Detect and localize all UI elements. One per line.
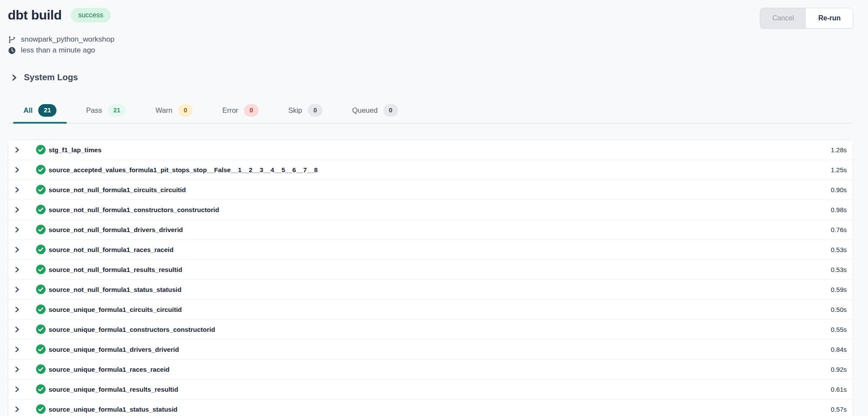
run-header: dbt build success Cancel Re-run xyxy=(8,8,853,29)
result-name: stg_f1_lap_times xyxy=(49,146,102,154)
tab-label: Error xyxy=(222,106,238,115)
page-title: dbt build xyxy=(8,8,62,23)
success-check-icon xyxy=(36,165,46,174)
result-name: source_not_null_formula1_circuits_circui… xyxy=(49,186,186,193)
result-row[interactable]: source_unique_formula1_constructors_cons… xyxy=(8,320,853,340)
success-check-icon xyxy=(36,265,46,274)
status-filter-tabs: All 21 Pass 21 Warn 0 Error 0 Skip 0 xyxy=(8,103,853,124)
rerun-button[interactable]: Re-run xyxy=(806,8,853,28)
expand-chevron-icon[interactable] xyxy=(14,326,20,333)
success-check-icon xyxy=(36,364,46,374)
success-check-icon xyxy=(36,285,46,294)
tab-label: All xyxy=(23,106,33,115)
success-check-icon xyxy=(36,324,46,334)
expand-chevron-icon[interactable] xyxy=(14,366,20,373)
result-name: source_unique_formula1_drivers_driverid xyxy=(49,346,179,353)
tab-warn[interactable]: Warn 0 xyxy=(145,103,203,123)
tab-all[interactable]: All 21 xyxy=(13,103,67,123)
success-check-icon xyxy=(36,384,46,394)
expand-chevron-icon[interactable] xyxy=(14,286,20,293)
expand-chevron-icon[interactable] xyxy=(14,206,20,213)
expand-chevron-icon[interactable] xyxy=(14,167,20,173)
status-badge: success xyxy=(71,8,111,23)
tab-label: Warn xyxy=(155,106,172,115)
tab-count-badge: 21 xyxy=(108,104,126,117)
result-row[interactable]: source_not_null_formula1_status_statusid… xyxy=(8,280,853,300)
clock-icon xyxy=(8,46,16,55)
result-name: source_unique_formula1_results_resultid xyxy=(49,386,178,393)
tab-pass[interactable]: Pass 21 xyxy=(76,103,136,123)
result-row[interactable]: source_not_null_formula1_races_raceid 0.… xyxy=(8,240,853,260)
expand-chevron-icon[interactable] xyxy=(14,226,20,233)
result-row[interactable]: source_unique_formula1_results_resultid … xyxy=(8,380,853,400)
result-name: source_accepted_values_formula1_pit_stop… xyxy=(49,166,318,174)
result-duration: 0.92s xyxy=(831,366,847,373)
run-action-buttons: Cancel Re-run xyxy=(760,8,853,29)
result-row[interactable]: source_unique_formula1_drivers_driverid … xyxy=(8,340,853,360)
result-name: source_unique_formula1_circuits_circuiti… xyxy=(49,306,182,313)
result-duration: 0.59s xyxy=(831,286,847,293)
result-row[interactable]: source_not_null_formula1_constructors_co… xyxy=(8,200,853,220)
tab-count-badge: 0 xyxy=(308,104,323,117)
success-check-icon xyxy=(36,404,46,414)
result-name: source_not_null_formula1_drivers_driveri… xyxy=(49,226,183,233)
system-logs-toggle[interactable]: System Logs xyxy=(8,72,78,82)
result-row[interactable]: source_unique_formula1_status_statusid 0… xyxy=(8,400,853,416)
branch-name: snowpark_python_workshop xyxy=(21,35,114,44)
run-detail-page: dbt build success Cancel Re-run snowpark… xyxy=(0,0,868,416)
git-branch-icon xyxy=(8,36,16,44)
result-row[interactable]: source_unique_formula1_circuits_circuiti… xyxy=(8,300,853,320)
success-check-icon xyxy=(36,245,46,254)
result-duration: 0.57s xyxy=(831,406,847,413)
result-row[interactable]: source_not_null_formula1_circuits_circui… xyxy=(8,180,853,200)
result-name: source_not_null_formula1_status_statusid xyxy=(49,286,182,293)
tab-label: Queued xyxy=(352,106,378,115)
expand-chevron-icon[interactable] xyxy=(14,386,20,393)
result-name: source_not_null_formula1_constructors_co… xyxy=(49,206,219,213)
tab-queued[interactable]: Queued 0 xyxy=(342,103,409,123)
result-duration: 0.61s xyxy=(831,386,847,393)
expand-chevron-icon[interactable] xyxy=(14,147,20,153)
success-check-icon xyxy=(36,145,46,154)
tab-skip[interactable]: Skip 0 xyxy=(278,103,333,123)
tab-count-badge: 0 xyxy=(178,104,193,117)
tab-error[interactable]: Error 0 xyxy=(212,103,269,123)
expand-chevron-icon[interactable] xyxy=(14,187,20,193)
success-check-icon xyxy=(36,205,46,214)
result-duration: 0.53s xyxy=(831,246,847,253)
result-name: source_unique_formula1_constructors_cons… xyxy=(49,326,215,333)
success-check-icon xyxy=(36,344,46,354)
tab-label: Skip xyxy=(288,106,302,115)
result-row[interactable]: source_not_null_formula1_results_resulti… xyxy=(8,260,853,280)
result-duration: 0.53s xyxy=(831,266,847,273)
result-row[interactable]: stg_f1_lap_times 1.28s xyxy=(8,140,853,160)
success-check-icon xyxy=(36,185,46,194)
expand-chevron-icon[interactable] xyxy=(14,246,20,253)
expand-chevron-icon[interactable] xyxy=(14,406,20,413)
expand-chevron-icon[interactable] xyxy=(14,346,20,353)
result-duration: 0.55s xyxy=(831,326,847,333)
system-logs-label: System Logs xyxy=(24,72,78,82)
results-list: stg_f1_lap_times 1.28s source_accepted_v… xyxy=(8,140,853,416)
chevron-right-icon xyxy=(11,74,18,81)
tab-label: Pass xyxy=(86,106,102,115)
result-duration: 0.76s xyxy=(831,226,847,233)
result-row[interactable]: source_accepted_values_formula1_pit_stop… xyxy=(8,160,853,180)
run-time-line: less than a minute ago xyxy=(8,46,853,55)
result-row[interactable]: source_not_null_formula1_drivers_driveri… xyxy=(8,220,853,240)
cancel-button[interactable]: Cancel xyxy=(760,8,806,28)
result-name: source_unique_formula1_status_statusid xyxy=(49,406,178,413)
tab-count-badge: 0 xyxy=(244,104,259,117)
result-name: source_not_null_formula1_results_resulti… xyxy=(49,266,182,273)
expand-chevron-icon[interactable] xyxy=(14,266,20,273)
result-duration: 1.25s xyxy=(831,166,847,174)
result-name: source_unique_formula1_races_raceid xyxy=(49,366,169,373)
tab-count-badge: 21 xyxy=(38,104,56,117)
result-row[interactable]: source_unique_formula1_races_raceid 0.92… xyxy=(8,360,853,380)
run-time-ago: less than a minute ago xyxy=(21,46,95,55)
success-check-icon xyxy=(36,225,46,234)
result-name: source_not_null_formula1_races_raceid xyxy=(49,246,174,253)
expand-chevron-icon[interactable] xyxy=(14,306,20,313)
result-duration: 0.98s xyxy=(831,206,847,213)
success-check-icon xyxy=(36,305,46,314)
